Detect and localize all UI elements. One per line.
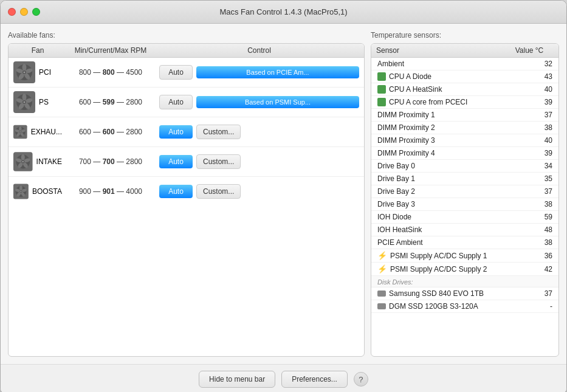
sensors-rows: Ambient32CPU A Diode43CPU A HeatSink40CP… [371,58,558,313]
svg-point-49 [20,191,21,192]
help-button[interactable]: ? [354,372,368,387]
sensor-value: 39 [504,98,552,106]
fan-row: PCI 800 — 800 — 4500AutoBased on PCIE Am… [9,58,364,88]
sensor-value: 42 [504,265,552,273]
fan-custom-button[interactable]: Custom... [196,184,241,199]
sensor-name: DIMM Proximity 1 [377,111,504,119]
fan-current-rpm: 700 [103,157,115,166]
sensor-row: ⚡PSMI Supply AC/DC Supply 136 [371,249,558,263]
svg-point-39 [22,161,24,163]
disk-drives-divider: Disk Drives: [371,276,558,287]
fans-col-fan: Fan [13,46,62,55]
sensor-name: Drive Bay 1 [377,174,504,183]
sensor-name: CPU A core from PCECI [377,98,504,106]
fan-controls: AutoCustom... [159,125,359,139]
sensor-value: 37 [504,187,552,196]
fan-current-rpm: 599 [103,98,115,106]
sensor-row: CPU A Diode43 [371,70,558,83]
fan-name: BOOSTA [32,187,62,196]
svg-point-13 [22,94,27,101]
maximize-button[interactable] [32,8,40,16]
disk-icon [377,303,386,309]
svg-point-9 [24,72,26,74]
sensor-row: Drive Bay 034 [371,160,558,173]
minimize-button[interactable] [20,8,28,16]
svg-point-29 [19,131,21,132]
fan-custom-button[interactable]: Custom... [196,154,241,169]
sensors-col-value: Value °C [505,46,554,55]
drive-name: Samsung SSD 840 EVO 1TB [377,289,504,298]
sensor-row: IOH Diode59 [371,211,558,224]
main-content: Available fans: Fan Min/Current/Max RPM … [1,24,566,364]
sensor-name: Drive Bay 3 [377,200,504,208]
fan-row: EXHAU... 600 — 600 — 2800AutoCustom... [9,117,364,147]
sensor-row: Drive Bay 338 [371,198,558,211]
fans-col-rpm: Min/Current/Max RPM [62,46,159,55]
sensor-name: DIMM Proximity 3 [377,136,504,145]
fan-icon [13,121,27,143]
fan-name: PCI [39,68,51,77]
sensor-name: IOH HeatSink [377,225,504,234]
fan-rpm: 900 — 901 — 4000 [62,187,159,196]
sensor-value: 40 [504,136,552,145]
fan-based-button[interactable]: Based on PSMI Sup... [196,96,359,108]
window-title: Macs Fan Control 1.4.3 (MacPro5,1) [219,7,347,16]
fan-based-button[interactable]: Based on PCIE Am... [196,66,359,78]
sensor-row: DIMM Proximity 238 [371,122,558,134]
sensor-value: 39 [504,149,552,157]
drive-name: DGM SSD 120GB S3-120A [377,302,504,311]
sensor-row: DIMM Proximity 439 [371,147,558,160]
fan-name: PS [39,98,49,106]
fan-auto-button[interactable]: Auto [159,155,193,168]
fan-cell: PCI [13,61,62,83]
sensor-value: 38 [504,123,552,132]
svg-point-23 [19,126,21,131]
fan-row: INTAKE 700 — 700 — 2800AutoCustom... [9,147,364,177]
fans-rows: PCI 800 — 800 — 4500AutoBased on PCIE Am… [9,58,364,206]
sensor-row: Drive Bay 237 [371,185,558,198]
fan-rpm: 600 — 600 — 2800 [62,128,159,136]
sensor-row: DIMM Proximity 340 [371,134,558,147]
bolt-icon: ⚡ [377,264,387,273]
fan-custom-button[interactable]: Custom... [196,125,241,139]
sensor-value: 34 [504,162,552,170]
sensor-value: 59 [504,213,552,221]
fans-col-control: Control [159,46,359,55]
fan-row: PS 600 — 599 — 2800AutoBased on PSMI Sup… [9,88,364,117]
hide-to-menubar-button[interactable]: Hide to menu bar [199,371,275,388]
fan-rpm: 800 — 800 — 4500 [62,68,159,77]
left-panel: Available fans: Fan Min/Current/Max RPM … [8,31,365,357]
sensor-value: 40 [504,85,552,94]
fan-cell: INTAKE [13,151,62,173]
fan-auto-button[interactable]: Auto [159,95,193,109]
fan-auto-button[interactable]: Auto [159,125,193,139]
sensor-row: DIMM Proximity 137 [371,109,558,122]
fan-icon [13,61,35,83]
footer: Hide to menu bar Preferences... ? [1,364,566,392]
sensor-row: ⚡PSMI Supply AC/DC Supply 242 [371,263,558,276]
fan-icon [13,181,29,202]
sensor-value: 35 [504,174,552,183]
sensor-value: 37 [504,111,552,119]
close-button[interactable] [8,8,16,16]
fan-controls: AutoBased on PCIE Am... [159,65,359,80]
sensor-name: CPU A HeatSink [377,85,504,94]
drive-value: - [504,302,552,311]
fan-auto-button[interactable]: Auto [159,65,193,80]
sensor-value: 48 [504,225,552,234]
fans-table-header: Fan Min/Current/Max RPM Control [9,44,364,58]
sensor-name: IOH Diode [377,213,504,221]
preferences-button[interactable]: Preferences... [281,371,348,388]
cpu-icon [377,98,386,106]
fan-auto-button[interactable]: Auto [159,185,193,198]
sensor-value: 43 [504,72,552,81]
app-window: Macs Fan Control 1.4.3 (MacPro5,1) Avail… [0,0,567,392]
sensors-table: Sensor Value °C Ambient32CPU A Diode43CP… [371,43,559,357]
fan-cell: EXHAU... [13,121,62,143]
fan-name: INTAKE [36,157,62,166]
fan-cell: BOOSTA [13,181,62,202]
sensor-name: Drive Bay 0 [377,162,504,170]
disk-drive-row: Samsung SSD 840 EVO 1TB37 [371,287,558,300]
fan-controls: AutoCustom... [159,154,359,169]
fan-row: BOOSTA 900 — 901 — 4000AutoCustom... [9,177,364,206]
